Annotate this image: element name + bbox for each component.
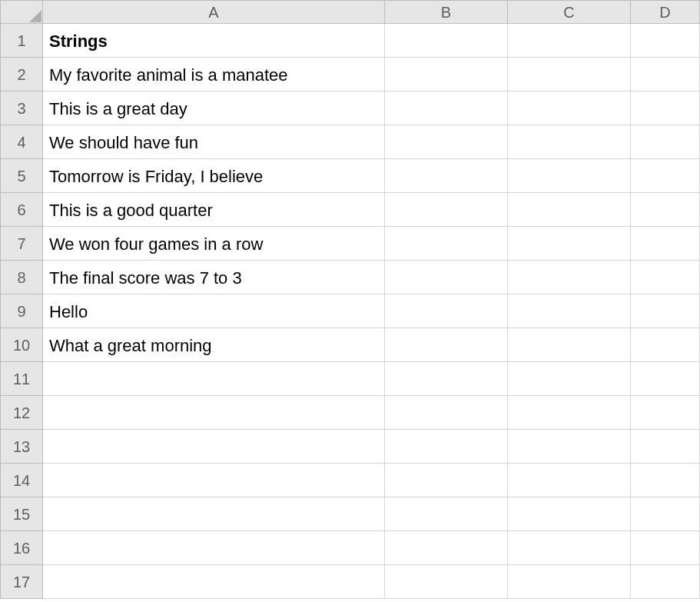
cell-A6[interactable]: This is a good quarter bbox=[43, 193, 385, 227]
cell-A7[interactable]: We won four games in a row bbox=[43, 227, 385, 261]
row-header-14[interactable]: 14 bbox=[1, 464, 43, 497]
cell-D17[interactable] bbox=[631, 565, 700, 599]
cell-B6[interactable] bbox=[385, 193, 508, 227]
row-header-9[interactable]: 9 bbox=[1, 294, 43, 328]
cell-D15[interactable] bbox=[631, 497, 700, 531]
cell-C7[interactable] bbox=[508, 227, 631, 261]
cell-C4[interactable] bbox=[508, 125, 631, 159]
row-header-10[interactable]: 10 bbox=[1, 328, 43, 362]
cell-C12[interactable] bbox=[508, 396, 631, 430]
cell-A8[interactable]: The final score was 7 to 3 bbox=[43, 261, 385, 294]
cell-B13[interactable] bbox=[385, 430, 508, 464]
cell-C16[interactable] bbox=[508, 531, 631, 565]
grid-row: 9 Hello bbox=[1, 294, 700, 328]
cell-B14[interactable] bbox=[385, 464, 508, 497]
cell-C15[interactable] bbox=[508, 497, 631, 531]
cell-B12[interactable] bbox=[385, 396, 508, 430]
grid-row: 15 bbox=[1, 497, 700, 531]
cell-D2[interactable] bbox=[631, 58, 700, 91]
cell-B7[interactable] bbox=[385, 227, 508, 261]
cell-A4[interactable]: We should have fun bbox=[43, 125, 385, 159]
grid-row: 16 bbox=[1, 531, 700, 565]
cell-C11[interactable] bbox=[508, 362, 631, 396]
spreadsheet-grid[interactable]: A B C D 1 Strings 2 My favorite animal i… bbox=[0, 0, 700, 599]
cell-D16[interactable] bbox=[631, 531, 700, 565]
cell-A17[interactable] bbox=[43, 565, 385, 599]
row-header-12[interactable]: 12 bbox=[1, 396, 43, 430]
row-header-2[interactable]: 2 bbox=[1, 58, 43, 91]
cell-D14[interactable] bbox=[631, 464, 700, 497]
cell-C14[interactable] bbox=[508, 464, 631, 497]
cell-C13[interactable] bbox=[508, 430, 631, 464]
cell-C1[interactable] bbox=[508, 24, 631, 58]
cell-B3[interactable] bbox=[385, 91, 508, 125]
cell-D10[interactable] bbox=[631, 328, 700, 362]
cell-D9[interactable] bbox=[631, 294, 700, 328]
cell-A10[interactable]: What a great morning bbox=[43, 328, 385, 362]
row-header-7[interactable]: 7 bbox=[1, 227, 43, 261]
cell-D12[interactable] bbox=[631, 396, 700, 430]
cell-D4[interactable] bbox=[631, 125, 700, 159]
cell-C3[interactable] bbox=[508, 91, 631, 125]
row-header-15[interactable]: 15 bbox=[1, 497, 43, 531]
grid-row: 2 My favorite animal is a manatee bbox=[1, 58, 700, 91]
cell-D3[interactable] bbox=[631, 91, 700, 125]
cell-A9[interactable]: Hello bbox=[43, 294, 385, 328]
cell-D5[interactable] bbox=[631, 159, 700, 193]
cell-B9[interactable] bbox=[385, 294, 508, 328]
row-header-5[interactable]: 5 bbox=[1, 159, 43, 193]
row-header-16[interactable]: 16 bbox=[1, 531, 43, 565]
grid-row: 17 bbox=[1, 565, 700, 599]
cell-D7[interactable] bbox=[631, 227, 700, 261]
row-header-1[interactable]: 1 bbox=[1, 24, 43, 58]
cell-B1[interactable] bbox=[385, 24, 508, 58]
cell-D11[interactable] bbox=[631, 362, 700, 396]
column-header-row: A B C D bbox=[1, 1, 700, 24]
cell-C17[interactable] bbox=[508, 565, 631, 599]
cell-B11[interactable] bbox=[385, 362, 508, 396]
cell-A16[interactable] bbox=[43, 531, 385, 565]
cell-B10[interactable] bbox=[385, 328, 508, 362]
cell-C2[interactable] bbox=[508, 58, 631, 91]
row-header-17[interactable]: 17 bbox=[1, 565, 43, 599]
column-header-A[interactable]: A bbox=[43, 1, 385, 24]
cell-B8[interactable] bbox=[385, 261, 508, 294]
cell-D13[interactable] bbox=[631, 430, 700, 464]
column-header-B[interactable]: B bbox=[385, 1, 508, 24]
cell-A14[interactable] bbox=[43, 464, 385, 497]
cell-A15[interactable] bbox=[43, 497, 385, 531]
row-header-4[interactable]: 4 bbox=[1, 125, 43, 159]
cell-B17[interactable] bbox=[385, 565, 508, 599]
column-header-D[interactable]: D bbox=[631, 1, 700, 24]
cell-A2[interactable]: My favorite animal is a manatee bbox=[43, 58, 385, 91]
cell-D8[interactable] bbox=[631, 261, 700, 294]
cell-C10[interactable] bbox=[508, 328, 631, 362]
cell-A13[interactable] bbox=[43, 430, 385, 464]
row-header-13[interactable]: 13 bbox=[1, 430, 43, 464]
cell-A3[interactable]: This is a great day bbox=[43, 91, 385, 125]
grid-row: 3 This is a great day bbox=[1, 91, 700, 125]
row-header-8[interactable]: 8 bbox=[1, 261, 43, 294]
cell-D6[interactable] bbox=[631, 193, 700, 227]
cell-B16[interactable] bbox=[385, 531, 508, 565]
cell-A11[interactable] bbox=[43, 362, 385, 396]
column-header-C[interactable]: C bbox=[508, 1, 631, 24]
row-header-11[interactable]: 11 bbox=[1, 362, 43, 396]
svg-marker-0 bbox=[29, 10, 41, 22]
cell-C8[interactable] bbox=[508, 261, 631, 294]
row-header-3[interactable]: 3 bbox=[1, 91, 43, 125]
select-all-corner[interactable] bbox=[1, 1, 43, 24]
cell-C5[interactable] bbox=[508, 159, 631, 193]
cell-A1[interactable]: Strings bbox=[43, 24, 385, 58]
cell-B15[interactable] bbox=[385, 497, 508, 531]
cell-B4[interactable] bbox=[385, 125, 508, 159]
cell-A12[interactable] bbox=[43, 396, 385, 430]
cell-B2[interactable] bbox=[385, 58, 508, 91]
cell-C9[interactable] bbox=[508, 294, 631, 328]
cell-A5[interactable]: Tomorrow is Friday, I believe bbox=[43, 159, 385, 193]
row-header-6[interactable]: 6 bbox=[1, 193, 43, 227]
cell-B5[interactable] bbox=[385, 159, 508, 193]
cell-D1[interactable] bbox=[631, 24, 700, 58]
grid-row: 11 bbox=[1, 362, 700, 396]
cell-C6[interactable] bbox=[508, 193, 631, 227]
